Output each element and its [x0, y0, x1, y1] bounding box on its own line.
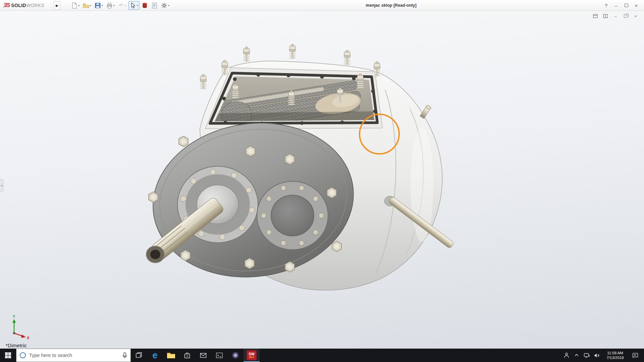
windows-logo-icon	[5, 352, 11, 359]
dassault-systemes-icon: ƎS	[3, 2, 10, 8]
start-button[interactable]	[0, 349, 16, 362]
print-button[interactable]: ▾	[105, 1, 116, 10]
show-hidden-icons-button[interactable]	[572, 349, 582, 362]
console-button[interactable]	[211, 349, 227, 362]
undo-icon	[118, 2, 124, 9]
brand-text: SOLIDWORKS	[11, 2, 44, 8]
restore-icon	[624, 15, 627, 18]
volume-tray-button[interactable]	[592, 349, 602, 362]
help-button[interactable]: ?	[601, 0, 611, 11]
pinned-app-button[interactable]	[227, 349, 244, 362]
taskbar-clock[interactable]: 11:58 AM 7/13/2018	[602, 351, 629, 360]
options-gear-icon	[161, 2, 167, 9]
task-view-icon	[135, 352, 143, 359]
rebuild-icon	[142, 2, 148, 9]
task-view-button[interactable]	[131, 349, 147, 362]
file-properties-icon	[151, 2, 158, 9]
action-center-button[interactable]	[629, 349, 642, 362]
save-button[interactable]: ▾	[93, 1, 104, 10]
console-icon	[215, 351, 223, 359]
dropdown-caret-icon[interactable]: ▾	[137, 4, 138, 7]
dropdown-caret-icon[interactable]: ▾	[113, 4, 115, 7]
file-explorer-button[interactable]	[163, 349, 179, 362]
print-icon	[106, 2, 113, 9]
doc-pane-split-icon[interactable]	[602, 13, 608, 19]
search-input[interactable]	[29, 353, 119, 358]
taskbar-search-box[interactable]	[16, 349, 131, 362]
open-button[interactable]: ▾	[82, 1, 93, 10]
document-title: menjac sklop [Read-only]	[366, 3, 416, 8]
network-icon	[583, 352, 590, 359]
app-titlebar: ƎS SOLIDWORKS ▶ ▾ ▾ ▾ ▾ ▾ ▾	[0, 0, 644, 11]
solidworks-logo: ƎS SOLIDWORKS	[3, 0, 44, 11]
new-document-button[interactable]: ▾	[70, 1, 81, 10]
doc-close-button[interactable]: ×	[633, 13, 639, 19]
pinned-app-icon	[231, 351, 239, 359]
cortana-icon	[19, 352, 26, 359]
options-button[interactable]: ▾	[160, 1, 171, 10]
maximize-icon	[625, 4, 628, 7]
file-explorer-icon	[167, 352, 175, 359]
person-icon	[563, 351, 570, 359]
view-orientation-label: *Dimetric	[6, 343, 27, 348]
network-tray-button[interactable]	[582, 349, 592, 362]
gearbox-3d-model[interactable]: Y X	[0, 11, 644, 349]
solidworks-2017-icon: SW 2017	[247, 351, 256, 360]
edge-icon: e	[152, 351, 157, 360]
new-document-icon	[71, 2, 77, 9]
menu-flyout-arrow[interactable]: ▶	[54, 1, 60, 10]
microphone-icon[interactable]	[122, 352, 128, 359]
dropdown-caret-icon[interactable]: ▾	[125, 4, 126, 7]
dropdown-caret-icon[interactable]: ▾	[78, 4, 79, 7]
dropdown-caret-icon[interactable]: ▾	[102, 4, 103, 7]
file-properties-button[interactable]	[150, 1, 159, 10]
people-tray-button[interactable]	[561, 349, 572, 362]
save-floppy-icon	[95, 2, 101, 9]
rebuild-button[interactable]	[140, 1, 149, 10]
clock-time: 11:58 AM	[602, 351, 629, 355]
close-button[interactable]: ×	[631, 0, 641, 11]
doc-pane-icon[interactable]	[592, 13, 598, 19]
windows-taskbar: e SW	[0, 349, 644, 362]
dropdown-caret-icon[interactable]: ▾	[168, 4, 169, 7]
featuremanager-collapse-arrow[interactable]: ◄	[0, 179, 3, 191]
select-cursor-icon	[130, 2, 136, 9]
system-tray: 11:58 AM 7/13/2018	[561, 349, 644, 362]
maximize-button[interactable]	[621, 0, 631, 11]
edge-button[interactable]: e	[147, 349, 163, 362]
minimize-button[interactable]: –	[611, 0, 621, 11]
store-icon	[183, 351, 191, 359]
doc-minimize-button[interactable]: –	[612, 13, 619, 19]
mail-icon	[199, 351, 207, 359]
standard-toolbar: ▾ ▾ ▾ ▾ ▾ ▾ ▾	[70, 0, 171, 11]
speaker-icon	[593, 352, 600, 359]
graphics-viewport[interactable]: Y X – × ◄ *Dimetric	[0, 11, 644, 349]
mail-button[interactable]	[195, 349, 211, 362]
window-controls: ? – ×	[601, 0, 641, 11]
dropdown-caret-icon[interactable]: ▾	[90, 4, 91, 7]
undo-button[interactable]: ▾	[117, 1, 128, 10]
triad-x-label: X	[27, 336, 30, 340]
clock-date: 7/13/2018	[602, 355, 629, 360]
orientation-triad: Y X	[12, 314, 30, 340]
chevron-up-icon	[574, 352, 580, 358]
open-folder-icon	[83, 2, 89, 9]
doc-restore-button[interactable]	[623, 13, 629, 19]
select-tool-button[interactable]: ▾	[128, 1, 140, 10]
bearing-cover-disc[interactable]	[257, 181, 328, 250]
solidworks-app-button[interactable]: SW 2017	[244, 349, 260, 362]
store-button[interactable]	[179, 349, 195, 362]
document-window-controls: – ×	[592, 13, 639, 19]
action-center-icon	[632, 352, 639, 359]
triad-y-label: Y	[13, 314, 15, 318]
